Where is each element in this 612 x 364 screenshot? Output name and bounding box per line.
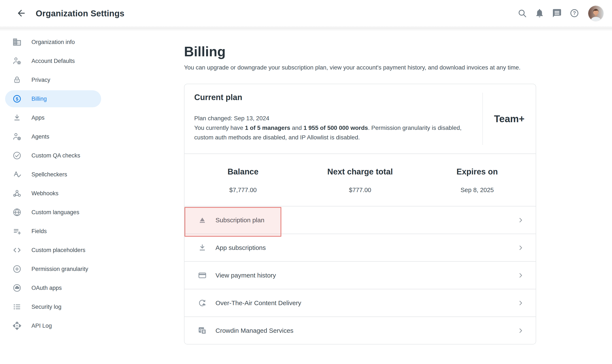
managers-usage: 1 of 5 managers bbox=[245, 125, 290, 131]
chevron-right-icon bbox=[517, 245, 524, 251]
plan-name-panel: Team+ bbox=[482, 93, 536, 145]
row-label: Over-The-Air Content Delivery bbox=[215, 299, 301, 307]
person-cube-icon bbox=[12, 132, 22, 141]
list-icon bbox=[12, 302, 22, 312]
top-bar: Organization Settings ? bbox=[0, 0, 612, 27]
sidebar-item-custom-qa-checks[interactable]: Custom QA checks bbox=[5, 147, 101, 164]
search-icon bbox=[517, 8, 527, 19]
chevron-right-icon bbox=[517, 272, 524, 279]
billing-heading: Billing bbox=[184, 44, 536, 60]
bell-icon bbox=[535, 8, 545, 19]
sidebar-item-label: OAuth apps bbox=[31, 285, 62, 291]
stat-value: $7,777.00 bbox=[184, 187, 301, 194]
sidebar-item-apps[interactable]: Apps bbox=[5, 109, 101, 126]
plan-changed-text: Plan changed: Sep 13, 2024 bbox=[194, 114, 470, 123]
current-plan-details: Current plan Plan changed: Sep 13, 2024 … bbox=[184, 84, 482, 153]
header-actions: ? bbox=[517, 6, 603, 21]
plus-circle-icon bbox=[12, 264, 22, 274]
sidebar-item-permission-granularity[interactable]: Permission granularity bbox=[5, 260, 101, 277]
row-subscription-plan[interactable]: Subscription plan bbox=[184, 206, 536, 234]
sidebar-item-webhooks[interactable]: Webhooks bbox=[5, 185, 101, 202]
row-crowdin-managed-services[interactable]: G Crowdin Managed Services bbox=[184, 316, 536, 344]
billing-stats: Balance $7,777.00 Next charge total $777… bbox=[184, 153, 536, 206]
stat-next-charge-total: Next charge total $777.00 bbox=[301, 167, 419, 194]
playlist-add-icon bbox=[12, 226, 22, 236]
sidebar-item-label: Apps bbox=[31, 115, 45, 121]
sidebar-item-api-log[interactable]: API Log bbox=[5, 317, 101, 334]
plan-usage-text: You currently have 1 of 5 managers and 1… bbox=[194, 123, 470, 142]
sidebar-item-account-defaults[interactable]: Account Defaults bbox=[5, 52, 101, 69]
api-icon bbox=[12, 321, 22, 330]
sidebar-item-label: Billing bbox=[31, 96, 47, 102]
sidebar-item-custom-placeholders[interactable]: Custom placeholders bbox=[5, 242, 101, 259]
sidebar-item-organization-info[interactable]: Organization info bbox=[5, 34, 101, 51]
spellcheck-icon bbox=[12, 170, 22, 179]
chat-icon bbox=[552, 8, 562, 19]
sidebar-item-label: Fields bbox=[31, 228, 47, 234]
stat-label: Expires on bbox=[419, 167, 536, 176]
row-view-payment-history[interactable]: View payment history bbox=[184, 261, 536, 289]
sidebar-item-custom-languages[interactable]: Custom languages bbox=[5, 204, 101, 221]
sidebar-item-agents[interactable]: Agents bbox=[5, 128, 101, 145]
help-icon: ? bbox=[570, 8, 579, 19]
sidebar-item-spellcheckers[interactable]: Spellcheckers bbox=[5, 166, 101, 183]
lock-icon bbox=[12, 75, 22, 85]
stat-value: Sep 8, 2025 bbox=[419, 187, 536, 194]
sidebar-item-oauth-apps[interactable]: OAuth apps bbox=[5, 279, 101, 297]
stat-balance: Balance $7,777.00 bbox=[184, 167, 301, 194]
user-avatar[interactable] bbox=[588, 6, 603, 21]
chevron-right-icon bbox=[517, 327, 524, 334]
back-button[interactable] bbox=[15, 7, 27, 19]
credit-card-icon bbox=[198, 271, 207, 280]
sidebar-item-label: Agents bbox=[31, 133, 49, 140]
messages-button[interactable] bbox=[552, 8, 562, 19]
sidebar-item-label: API Log bbox=[31, 323, 52, 329]
code-icon bbox=[12, 246, 22, 255]
sidebar-item-label: Custom QA checks bbox=[31, 152, 80, 159]
svg-text:$: $ bbox=[16, 96, 18, 102]
row-label: App subscriptions bbox=[215, 244, 266, 251]
search-button[interactable] bbox=[517, 8, 527, 19]
sidebar-item-label: Privacy bbox=[31, 77, 50, 83]
g-translate-icon: G bbox=[198, 326, 207, 335]
help-button[interactable]: ? bbox=[569, 8, 580, 19]
back-arrow-icon bbox=[16, 8, 26, 19]
words-usage: 1 955 of 500 000 words bbox=[303, 125, 368, 131]
eject-icon bbox=[198, 215, 207, 225]
globe-icon bbox=[12, 208, 22, 217]
sidebar-item-label: Permission granularity bbox=[31, 266, 88, 273]
person-gear-icon bbox=[12, 56, 22, 66]
check-circle-icon bbox=[12, 151, 22, 160]
sidebar-item-privacy[interactable]: Privacy bbox=[5, 71, 101, 88]
row-ota-content-delivery[interactable]: Over-The-Air Content Delivery bbox=[184, 289, 536, 316]
sidebar-item-security-log[interactable]: Security log bbox=[5, 298, 101, 315]
sidebar-item-label: Security log bbox=[31, 304, 61, 310]
dollar-circle-icon: $ bbox=[12, 94, 22, 104]
plan-name: Team+ bbox=[494, 113, 525, 125]
svg-text:?: ? bbox=[573, 10, 576, 16]
stat-expires-on: Expires on Sep 8, 2025 bbox=[419, 167, 536, 194]
webhook-icon bbox=[12, 189, 22, 198]
sidebar-item-label: Custom languages bbox=[31, 209, 79, 216]
row-app-subscriptions[interactable]: App subscriptions bbox=[184, 234, 536, 261]
download-icon bbox=[198, 243, 207, 252]
current-plan-section: Current plan Plan changed: Sep 13, 2024 … bbox=[184, 84, 536, 153]
sidebar-item-label: Custom placeholders bbox=[31, 247, 85, 254]
sidebar-item-fields[interactable]: Fields bbox=[5, 223, 101, 240]
row-label: Subscription plan bbox=[215, 217, 264, 224]
sidebar-item-label: Spellcheckers bbox=[31, 171, 67, 178]
notifications-button[interactable] bbox=[534, 8, 545, 19]
sidebar: Organization info Account Defaults Priva… bbox=[0, 27, 106, 336]
current-plan-heading: Current plan bbox=[194, 93, 470, 102]
ota-sync-icon bbox=[198, 298, 207, 308]
stat-label: Balance bbox=[184, 167, 301, 176]
stat-label: Next charge total bbox=[301, 167, 419, 176]
sidebar-item-label: Webhooks bbox=[31, 190, 58, 197]
download-icon bbox=[12, 113, 22, 122]
row-label: View payment history bbox=[215, 272, 276, 279]
cloud-circle-icon bbox=[12, 283, 22, 293]
stat-value: $777.00 bbox=[301, 187, 419, 194]
sidebar-item-label: Organization info bbox=[31, 39, 75, 45]
row-label: Crowdin Managed Services bbox=[215, 327, 293, 334]
sidebar-item-billing[interactable]: $ Billing bbox=[5, 90, 101, 107]
